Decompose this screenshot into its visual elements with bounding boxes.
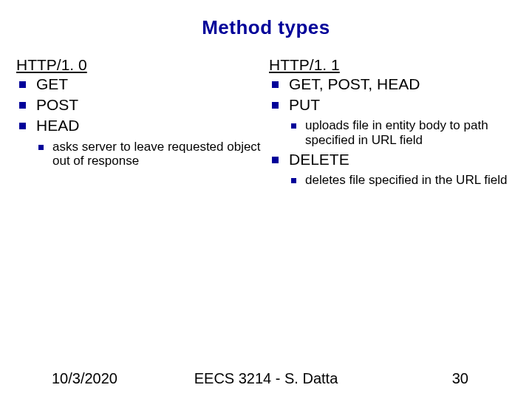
- sub-list-item: asks server to leave requested object ou…: [38, 140, 263, 168]
- square-bullet-icon: [291, 178, 296, 183]
- sub-list-item-text: uploads file in entity body to path spec…: [305, 118, 516, 147]
- list-item: POST: [16, 96, 263, 114]
- list-item: DELETE: [269, 151, 516, 168]
- square-bullet-icon: [291, 123, 296, 129]
- square-bullet-icon: [19, 81, 26, 88]
- sub-list-item: uploads file in entity body to path spec…: [291, 118, 516, 147]
- sub-list-item-text: asks server to leave requested object ou…: [52, 140, 263, 168]
- right-heading: HTTP/1. 1: [269, 56, 516, 74]
- list-item-label: PUT: [289, 96, 320, 114]
- square-bullet-icon: [272, 102, 279, 109]
- list-item-label: GET: [36, 75, 68, 93]
- slide-title: Method types: [0, 16, 532, 39]
- list-item-label: DELETE: [289, 151, 349, 168]
- footer-slide-number: 30: [452, 370, 468, 387]
- square-bullet-icon: [19, 123, 26, 129]
- list-item-label: HEAD: [36, 117, 79, 134]
- list-item: PUT: [269, 96, 516, 114]
- sub-list-item: deletes file specified in the URL field: [291, 173, 516, 188]
- square-bullet-icon: [272, 81, 279, 88]
- square-bullet-icon: [19, 102, 26, 109]
- square-bullet-icon: [272, 157, 279, 163]
- list-item: GET: [16, 75, 263, 93]
- right-column: HTTP/1. 1 GET, POST, HEAD PUT uploads fi…: [269, 56, 516, 190]
- list-item-label: GET, POST, HEAD: [289, 75, 420, 93]
- square-bullet-icon: [38, 145, 44, 150]
- list-item: HEAD: [16, 117, 263, 134]
- list-item-label: POST: [36, 96, 78, 114]
- slide: Method types HTTP/1. 0 GET POST HEAD ask…: [0, 0, 532, 399]
- left-heading: HTTP/1. 0: [16, 56, 263, 74]
- sub-list-item-text: deletes file specified in the URL field: [305, 173, 507, 188]
- list-item: GET, POST, HEAD: [269, 75, 516, 93]
- slide-body: HTTP/1. 0 GET POST HEAD asks server to l…: [16, 56, 516, 190]
- left-column: HTTP/1. 0 GET POST HEAD asks server to l…: [16, 56, 263, 190]
